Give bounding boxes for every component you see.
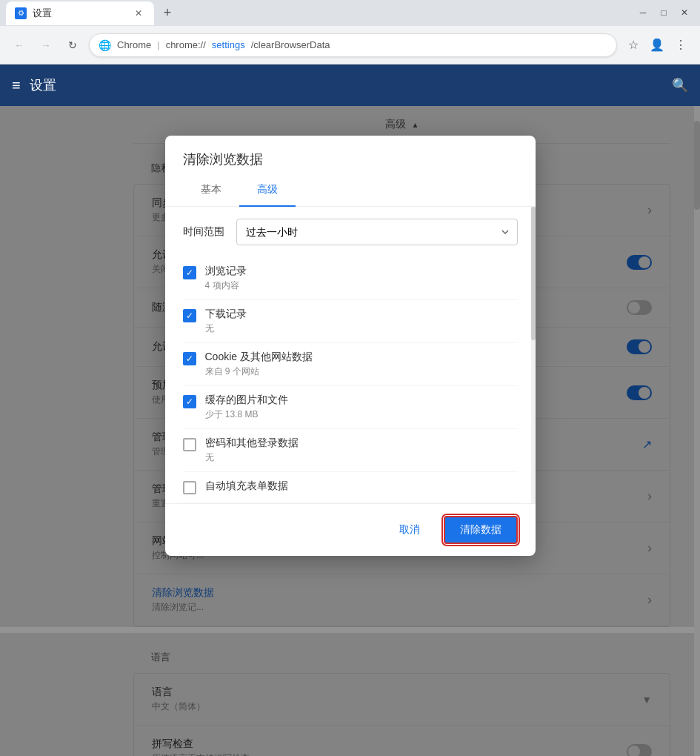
- cancel-button[interactable]: 取消: [384, 516, 435, 544]
- settings-content: 高级 ▲ 隐私设置和安全性 同步功能和 Google 服务 更多与隐私、安全和数…: [0, 106, 700, 756]
- forward-button[interactable]: →: [36, 35, 56, 56]
- minimize-button[interactable]: ─: [633, 4, 653, 21]
- tab-advanced[interactable]: 高级: [239, 174, 296, 207]
- settings-header: ≡ 设置 🔍: [0, 64, 700, 106]
- time-range-row: 时间范围 过去一小时 过去24小时 过去7天 过去4周 全部时间: [183, 219, 518, 245]
- checkbox-browsing-history: ✓ 浏览记录 4 项内容: [183, 257, 518, 300]
- dialog-tabs: 基本 高级: [165, 174, 536, 207]
- new-tab-button[interactable]: +: [157, 3, 178, 24]
- download-history-checkbox[interactable]: ✓: [183, 309, 196, 322]
- settings-tab[interactable]: ⚙ 设置 ✕: [6, 1, 154, 25]
- url-globe-icon: 🌐: [99, 39, 111, 51]
- refresh-button[interactable]: ↻: [62, 35, 83, 56]
- checkbox-passwords: 密码和其他登录数据 无: [183, 429, 518, 472]
- autofill-checkbox[interactable]: [183, 481, 196, 494]
- back-button[interactable]: ←: [9, 35, 30, 56]
- tab-basic[interactable]: 基本: [183, 174, 239, 207]
- tab-close-button[interactable]: ✕: [132, 7, 145, 20]
- address-bar-actions: ☆ 👤 ⋮: [623, 35, 691, 56]
- settings-page-title: 设置: [30, 76, 56, 94]
- url-highlight: settings: [212, 39, 245, 50]
- maximize-button[interactable]: □: [654, 4, 673, 21]
- close-button[interactable]: ✕: [675, 4, 694, 21]
- modal-overlay: 清除浏览数据 基本 高级 时间范围 过去一小时 过去24小时 过去7天 过去4周…: [0, 106, 700, 756]
- bookmark-button[interactable]: ☆: [623, 35, 644, 56]
- clear-browsing-data-dialog: 清除浏览数据 基本 高级 时间范围 过去一小时 过去24小时 过去7天 过去4周…: [165, 136, 536, 556]
- modal-scrollbar-thumb[interactable]: [531, 207, 536, 340]
- checkbox-cached-images: ✓ 缓存的图片和文件 少于 13.8 MB: [183, 386, 518, 429]
- settings-search-button[interactable]: 🔍: [672, 77, 688, 93]
- dialog-title: 清除浏览数据: [165, 136, 536, 168]
- time-range-label: 时间范围: [183, 225, 224, 239]
- checkbox-cookies: ✓ Cookie 及其他网站数据 来自 9 个网站: [183, 343, 518, 386]
- cached-images-checkbox[interactable]: ✓: [183, 395, 196, 408]
- checkbox-autofill: 自动填充表单数据: [183, 472, 518, 503]
- modal-scrollbar[interactable]: [531, 207, 536, 503]
- settings-tab-icon: ⚙: [15, 7, 27, 19]
- url-domain: chrome://: [166, 39, 206, 50]
- url-bar[interactable]: 🌐 Chrome | chrome://settings/clearBrowse…: [89, 33, 617, 57]
- url-separator: |: [157, 39, 159, 50]
- address-bar: ← → ↻ 🌐 Chrome | chrome://settings/clear…: [0, 26, 700, 64]
- browser-menu-button[interactable]: ⋮: [670, 35, 691, 56]
- clear-data-button[interactable]: 清除数据: [444, 516, 518, 544]
- browsing-history-checkbox[interactable]: ✓: [183, 266, 196, 279]
- window-controls: ─ □ ✕: [633, 4, 694, 21]
- url-brand: Chrome: [117, 39, 151, 50]
- settings-tab-title: 设置: [33, 7, 126, 20]
- url-path: /clearBrowserData: [251, 39, 330, 50]
- account-button[interactable]: 👤: [647, 35, 667, 56]
- passwords-checkbox[interactable]: [183, 438, 196, 451]
- cookies-checkbox[interactable]: ✓: [183, 352, 196, 365]
- time-range-select[interactable]: 过去一小时 过去24小时 过去7天 过去4周 全部时间: [236, 219, 518, 245]
- dialog-body: 时间范围 过去一小时 过去24小时 过去7天 过去4周 全部时间 ✓ 浏览记录 …: [165, 207, 536, 503]
- checkbox-download-history: ✓ 下载记录 无: [183, 300, 518, 343]
- dialog-footer: 取消 清除数据: [165, 503, 536, 556]
- sidebar-toggle-button[interactable]: ≡: [12, 77, 21, 94]
